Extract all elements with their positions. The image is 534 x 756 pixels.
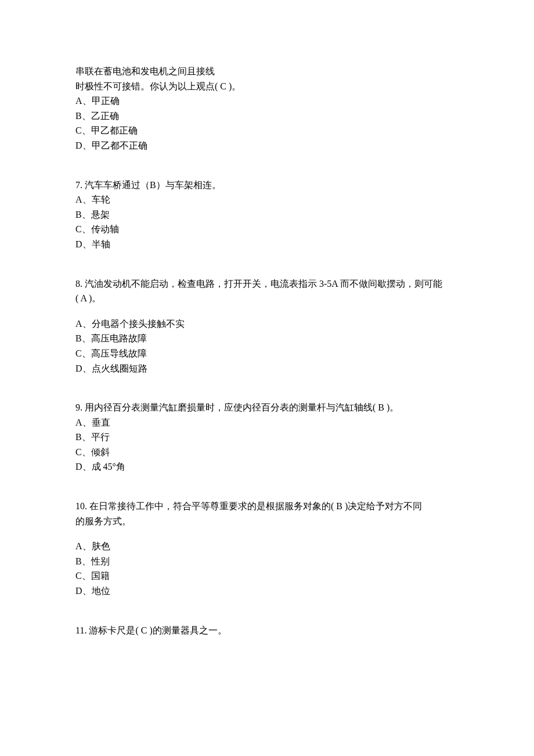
option-b: B、悬架	[75, 207, 459, 222]
option-d: D、成 45°角	[75, 459, 459, 474]
question-stem-line: 串联在蓄电池和发电机之间且接线	[75, 64, 459, 79]
option-c: C、高压导线故障	[75, 346, 459, 361]
question-stem: 7. 汽车车桥通过（B）与车架相连。	[75, 178, 459, 193]
option-c: C、传动轴	[75, 222, 459, 237]
question-stem-line: 10. 在日常接待工作中，符合平等尊重要求的是根据服务对象的( B )决定给予对…	[75, 499, 459, 514]
question-8: 8. 汽油发动机不能启动，检查电路，打开开关，电流表指示 3-5A 而不做间歇摆…	[75, 276, 459, 376]
option-c: C、国籍	[75, 568, 459, 584]
option-d: D、甲乙都不正确	[75, 138, 459, 153]
option-b: B、平行	[75, 430, 459, 445]
question-11: 11. 游标卡尺是( C )的测量器具之一。	[75, 623, 459, 638]
question-7: 7. 汽车车桥通过（B）与车架相连。 A、车轮 B、悬架 C、传动轴 D、半轴	[75, 178, 459, 252]
question-10: 10. 在日常接待工作中，符合平等尊重要求的是根据服务对象的( B )决定给予对…	[75, 499, 459, 599]
option-b: B、高压电路故障	[75, 331, 459, 346]
option-d: D、点火线圈短路	[75, 361, 459, 376]
document-page: 串联在蓄电池和发电机之间且接线 时极性不可接错。你认为以上观点( C )。 A、…	[0, 0, 534, 756]
option-d: D、地位	[75, 584, 459, 599]
question-9: 9. 用内径百分表测量汽缸磨损量时，应使内径百分表的测量杆与汽缸轴线( B )。…	[75, 400, 459, 474]
question-stem-line: ( A )。	[75, 291, 459, 306]
question-stem: 11. 游标卡尺是( C )的测量器具之一。	[75, 623, 459, 638]
option-c: C、倾斜	[75, 445, 459, 460]
option-b: B、乙正确	[75, 109, 459, 124]
option-a: A、分电器个接头接触不实	[75, 316, 459, 332]
option-a: A、肤色	[75, 539, 459, 554]
question-stem-line: 的服务方式。	[75, 514, 459, 529]
question-stem-line: 时极性不可接错。你认为以上观点( C )。	[75, 79, 459, 94]
option-a: A、车轮	[75, 192, 459, 207]
question-stem-line: 8. 汽油发动机不能启动，检查电路，打开开关，电流表指示 3-5A 而不做间歇摆…	[75, 276, 459, 291]
option-a: A、甲正确	[75, 93, 459, 109]
option-a: A、垂直	[75, 415, 459, 430]
option-c: C、甲乙都正确	[75, 123, 459, 138]
question-6: 串联在蓄电池和发电机之间且接线 时极性不可接错。你认为以上观点( C )。 A、…	[75, 64, 459, 153]
option-b: B、性别	[75, 554, 459, 569]
option-d: D、半轴	[75, 237, 459, 252]
question-stem: 9. 用内径百分表测量汽缸磨损量时，应使内径百分表的测量杆与汽缸轴线( B )。	[75, 400, 459, 415]
